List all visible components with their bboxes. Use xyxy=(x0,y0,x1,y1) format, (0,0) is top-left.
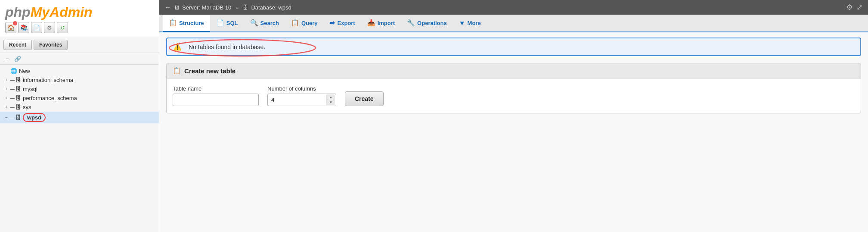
logo-icons: 🏠 📚 📄 ⚙ ↺ xyxy=(5,22,154,33)
spinner-buttons: ▲ ▼ xyxy=(326,94,335,105)
columns-label: Number of columns xyxy=(267,85,336,92)
table-name-input[interactable] xyxy=(173,94,259,106)
logo: phpMyAdmin xyxy=(5,4,154,20)
tree-item-sys[interactable]: + — 🗄 sys xyxy=(0,103,159,112)
home-icon-btn[interactable]: 🏠 xyxy=(5,22,16,33)
db-expand-icon-mysql: — xyxy=(10,87,15,91)
server-icon: 🖥 xyxy=(174,4,180,11)
sidebar: phpMyAdmin 🏠 📚 📄 ⚙ ↺ Recent Favorites xyxy=(0,0,159,232)
warning-icon: ⚠️ xyxy=(173,43,182,51)
tree-item-new[interactable]: 🌐 New xyxy=(0,66,159,75)
create-table-body: Table name Number of columns ▲ ▼ xyxy=(167,78,861,113)
sidebar-tabs: Recent Favorites xyxy=(0,37,159,53)
create-table-button[interactable]: Create xyxy=(345,91,384,106)
structure-tab-icon: 📋 xyxy=(169,19,177,27)
tab-favorites[interactable]: Favorites xyxy=(34,40,68,50)
columns-spinner-wrap: ▲ ▼ xyxy=(267,94,336,106)
tab-query[interactable]: 📋 Query xyxy=(285,15,324,32)
titlebar-settings-icon[interactable]: ⚙ xyxy=(846,3,853,12)
logo-area: phpMyAdmin 🏠 📚 📄 ⚙ ↺ xyxy=(0,0,159,37)
title-bar-left: ← 🖥 Server: MariaDB 10 » 🗄 Database: wps… xyxy=(164,3,291,11)
tab-import[interactable]: 📥 Import xyxy=(361,15,401,32)
db-icon-sys: 🗄 xyxy=(16,104,21,110)
db-tree: 🌐 New + — 🗄 information_schema + — 🗄 mys… xyxy=(0,65,159,232)
db-icon-performance-schema: 🗄 xyxy=(16,95,21,101)
tree-item-mysql[interactable]: + — 🗄 mysql xyxy=(0,85,159,94)
spinner-up-btn[interactable]: ▲ xyxy=(326,94,335,100)
create-table-form-row: Table name Number of columns ▲ ▼ xyxy=(173,85,855,106)
breadcrumb-separator: » xyxy=(236,4,239,11)
db-icon-wpsd: 🗄 xyxy=(16,114,21,121)
tree-item-information-schema[interactable]: + — 🗄 information_schema xyxy=(0,75,159,85)
db-icon-btn[interactable]: 📚 xyxy=(18,22,29,33)
db-icon-information-schema: 🗄 xyxy=(16,77,21,83)
alert-message: No tables found in database. xyxy=(189,44,265,50)
wpsd-circle-label: wpsd xyxy=(23,113,46,122)
create-table-section: 📋 Create new table Table name Number of … xyxy=(166,63,861,113)
expand-icon-mysql: + xyxy=(3,87,9,91)
tree-label-wpsd: wpsd xyxy=(23,113,46,122)
expand-icon-performance-schema: + xyxy=(3,96,9,100)
globe-icon: 🌐 xyxy=(10,68,17,74)
db-icon-mysql: 🗄 xyxy=(16,86,21,92)
back-arrow-icon[interactable]: ← xyxy=(164,3,171,11)
create-table-header: 📋 Create new table xyxy=(167,63,861,78)
db-label: Database: wpsd xyxy=(251,4,291,11)
tree-item-wpsd[interactable]: − — 🗄 wpsd xyxy=(0,112,159,123)
sql-tab-label: SQL xyxy=(226,20,238,26)
copy-icon: 📄 xyxy=(33,25,40,31)
tab-structure[interactable]: 📋 Structure xyxy=(163,15,210,32)
server-label: Server: MariaDB 10 xyxy=(182,4,231,11)
titlebar-expand-icon[interactable]: ⤢ xyxy=(856,3,863,12)
settings-icon-btn[interactable]: ⚙ xyxy=(44,22,55,33)
more-tab-label: More xyxy=(468,20,481,26)
content-area: ⚠️ No tables found in database. 📋 Create… xyxy=(159,32,868,232)
title-bar: ← 🖥 Server: MariaDB 10 » 🗄 Database: wps… xyxy=(159,0,868,15)
db-expand-icon: — xyxy=(10,78,15,82)
structure-tab-label: Structure xyxy=(179,20,204,26)
tab-search[interactable]: 🔍 Search xyxy=(244,15,285,32)
import-tab-icon: 📥 xyxy=(367,19,375,27)
logo-myadmin: MyAdmin xyxy=(31,4,93,20)
expand-icon-sys: + xyxy=(3,105,9,110)
sidebar-tools: − 🔗 xyxy=(0,53,159,65)
copy-icon-btn[interactable]: 📄 xyxy=(31,22,42,33)
tab-operations[interactable]: 🔧 Operations xyxy=(401,15,453,32)
link-icon: 🔗 xyxy=(14,55,22,63)
title-bar-right: ⚙ ⤢ xyxy=(846,3,863,12)
tree-item-performance-schema[interactable]: + — 🗄 performance_schema xyxy=(0,94,159,103)
tree-label-new: New xyxy=(19,68,30,74)
search-tab-icon: 🔍 xyxy=(250,19,258,27)
tab-export[interactable]: ➡ Export xyxy=(323,15,361,32)
tree-label-sys: sys xyxy=(23,104,31,110)
operations-tab-icon: 🔧 xyxy=(407,19,415,27)
spinner-down-btn[interactable]: ▼ xyxy=(326,100,335,106)
create-table-header-icon: 📋 xyxy=(173,67,181,75)
search-tab-label: Search xyxy=(260,20,279,26)
tab-sql[interactable]: 📄 SQL xyxy=(210,15,244,32)
collapse-icon[interactable]: − xyxy=(3,55,11,63)
tree-label-information-schema: information_schema xyxy=(23,77,73,83)
operations-tab-label: Operations xyxy=(417,20,447,26)
db-expand-icon-perf: — xyxy=(10,96,15,100)
table-name-label: Table name xyxy=(173,85,259,92)
query-tab-icon: 📋 xyxy=(291,19,299,27)
table-name-group: Table name xyxy=(173,85,259,106)
nav-tabs: 📋 Structure 📄 SQL 🔍 Search 📋 Query ➡ Exp… xyxy=(159,15,868,32)
tab-more[interactable]: ▼ More xyxy=(453,15,487,32)
import-tab-label: Import xyxy=(378,20,395,26)
main-content: ← 🖥 Server: MariaDB 10 » 🗄 Database: wps… xyxy=(159,0,868,232)
settings-gear-icon: ⚙ xyxy=(47,25,52,31)
refresh-icon: ↺ xyxy=(60,25,65,31)
tree-label-performance-schema: performance_schema xyxy=(23,95,77,101)
export-tab-icon: ➡ xyxy=(329,19,335,27)
db-expand-icon-sys: — xyxy=(10,105,15,110)
alert-dot xyxy=(12,21,18,26)
more-tab-icon: ▼ xyxy=(459,19,465,27)
refresh-icon-btn[interactable]: ↺ xyxy=(57,22,68,33)
query-tab-label: Query xyxy=(301,20,318,26)
create-table-header-label: Create new table xyxy=(184,67,236,75)
tab-recent[interactable]: Recent xyxy=(3,40,32,50)
alert-box: ⚠️ No tables found in database. xyxy=(166,38,861,56)
alert-oval-svg xyxy=(167,38,860,55)
